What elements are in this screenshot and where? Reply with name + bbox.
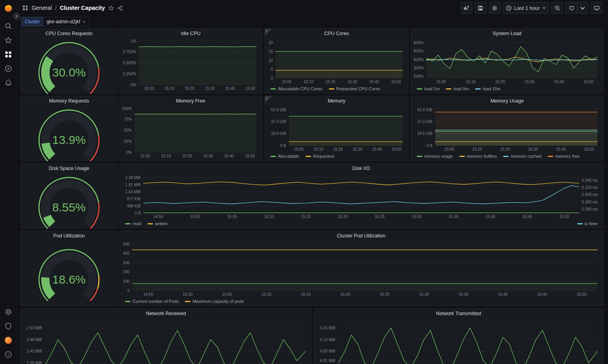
svg-text:15:50: 15:50: [245, 86, 255, 91]
dashboard-settings-button[interactable]: [489, 2, 501, 14]
share-icon[interactable]: [117, 5, 123, 11]
favorite-star-icon[interactable]: [108, 5, 114, 11]
admin-shield-icon[interactable]: [4, 322, 12, 330]
legend-item[interactable]: load 5m: [446, 86, 469, 91]
svg-text:1%: 1%: [131, 39, 136, 43]
network-transmitted-chart[interactable]: 3.96 MiB4.01 MiB4.05 MiB4.10 MiB4.15 MiB…: [316, 318, 601, 364]
cpu-cores-chart[interactable]: 0510152015:0015:1015:2015:3015:4015:50: [267, 38, 407, 84]
svg-text:15:50: 15:50: [584, 80, 593, 84]
panel-title[interactable]: Idle CPU: [119, 29, 262, 38]
breadcrumb-folder[interactable]: General: [32, 5, 52, 11]
add-panel-button[interactable]: [461, 2, 472, 14]
svg-text:15:40: 15:40: [372, 147, 382, 151]
legend-item[interactable]: Current number of Pods: [125, 299, 179, 304]
panel-title[interactable]: Memory: [265, 96, 408, 106]
svg-text:15:40: 15:40: [554, 80, 564, 84]
panel-disk-space-usage: Disk Space Usage 8.55%: [21, 163, 117, 228]
grafana-logo-icon[interactable]: [4, 4, 13, 13]
svg-text:15:05: 15:05: [227, 215, 237, 219]
user-avatar[interactable]: [4, 336, 12, 344]
save-dashboard-button[interactable]: [475, 2, 487, 14]
explore-compass-icon[interactable]: [4, 65, 12, 73]
chevron-down-icon: [82, 20, 86, 24]
search-icon[interactable]: [4, 22, 12, 30]
refresh-interval-dropdown[interactable]: [577, 2, 588, 14]
legend-item[interactable]: read: [125, 221, 141, 226]
legend-item[interactable]: load 1m: [417, 86, 440, 91]
panel-title[interactable]: Memory Usage: [411, 96, 603, 106]
svg-text:0%: 0%: [131, 83, 136, 87]
info-icon[interactable]: [265, 29, 272, 36]
panel-title[interactable]: Disk I/O: [119, 164, 603, 173]
legend-item[interactable]: memory cached: [503, 154, 541, 159]
starred-dashboards-icon[interactable]: [4, 36, 12, 44]
svg-text:15:40: 15:40: [224, 154, 234, 158]
legend-item[interactable]: memory buffers: [459, 154, 497, 159]
legend-item[interactable]: load 15m: [475, 86, 500, 91]
zoom-out-button[interactable]: [551, 2, 563, 14]
panel-title[interactable]: CPU Cores Requests: [21, 29, 117, 38]
sidebar-expand-button[interactable]: [13, 13, 20, 20]
svg-text:2.48 MiB: 2.48 MiB: [26, 338, 42, 342]
panel-title[interactable]: CPU Cores: [265, 29, 408, 38]
refresh-button[interactable]: [565, 2, 577, 14]
svg-text:15:35: 15:35: [459, 292, 468, 297]
panel-system-load: System Load 200%300%400%500%600%15:0015:…: [411, 28, 603, 93]
panel-title[interactable]: System Load: [411, 29, 603, 38]
legend-left: Allocatable CPU CoresRequested CPU Cores: [270, 86, 380, 91]
idle-cpu-chart[interactable]: 0%0.250%0.500%0.750%1%15:0015:1015:2015:…: [121, 38, 260, 91]
system-load-chart[interactable]: 200%300%400%500%600%15:0015:1015:2015:30…: [413, 38, 601, 84]
legend-right: io time: [577, 221, 597, 226]
variable-value-dropdown[interactable]: gke-admin-d2jkf: [43, 17, 90, 26]
legend-item[interactable]: Maximum capacity of pods: [185, 299, 244, 304]
disk-io-chart[interactable]: 0 B488 KiB977 KiB1.43 MiB1.91 MiB2.38 Mi…: [121, 173, 601, 219]
svg-text:14:55: 14:55: [143, 292, 153, 297]
panel-title[interactable]: Memory Free: [119, 96, 262, 106]
panel-pod-utilization: Pod Utilization 18.6%: [21, 231, 117, 306]
panel-title[interactable]: Disk Space Usage: [21, 164, 117, 173]
svg-text:15:30: 15:30: [412, 215, 421, 219]
time-range-picker[interactable]: Last 1 hour: [503, 2, 549, 14]
svg-text:15:40: 15:40: [225, 86, 235, 91]
legend-label: load 1m: [424, 86, 440, 91]
svg-text:15:40: 15:40: [369, 80, 379, 84]
server-admin-gear-icon[interactable]: [4, 308, 12, 316]
svg-text:5: 5: [271, 67, 273, 71]
legend-item[interactable]: Allocatable CPU Cores: [270, 86, 323, 91]
help-icon[interactable]: ?: [4, 351, 12, 358]
legend-label: read: [132, 221, 141, 226]
svg-text:15:20: 15:20: [325, 80, 335, 84]
dashboards-icon[interactable]: [4, 50, 12, 58]
svg-text:400%: 400%: [414, 58, 424, 62]
legend-item[interactable]: io time: [577, 221, 597, 226]
panel-title[interactable]: Cluster Pod Utilization: [119, 231, 603, 241]
legend: Allocatable CPU CoresRequested CPU Cores: [270, 85, 403, 92]
svg-text:15:40: 15:40: [485, 215, 495, 219]
cluster-pod-utilization-chart[interactable]: 010020030040050014:5515:0015:0515:1015:1…: [121, 241, 601, 297]
panel-title[interactable]: Network Transmitted: [314, 309, 603, 318]
legend-item[interactable]: written: [147, 221, 168, 226]
info-icon[interactable]: [265, 96, 272, 103]
legend-label: memory cached: [511, 154, 541, 159]
legend-color: [503, 156, 509, 157]
panel-memory: Memory 0 B18.6 GiB37.3 GiB55.9 GiB15:001…: [265, 96, 408, 161]
memory-free-chart[interactable]: 0%25%50%75%100%15:0015:1015:2015:3015:40…: [121, 106, 260, 159]
svg-text:15:10: 15:10: [304, 80, 313, 84]
legend-label: memory free: [555, 154, 580, 159]
panel-title[interactable]: Memory Requests: [21, 96, 117, 106]
legend-item[interactable]: Allocatable: [270, 154, 299, 159]
tv-mode-button[interactable]: [591, 2, 602, 14]
panel-title[interactable]: Pod Utilization: [21, 231, 117, 241]
legend-item[interactable]: Requested CPU Cores: [329, 86, 380, 91]
alerting-bell-icon[interactable]: [4, 79, 12, 87]
panel-title[interactable]: Network Received: [21, 309, 311, 318]
svg-text:15:10: 15:10: [164, 86, 174, 91]
legend-item[interactable]: memory usage: [417, 154, 453, 159]
memory-chart[interactable]: 0 B18.6 GiB37.3 GiB55.9 GiB15:0015:1015:…: [267, 106, 407, 152]
gauge-value: 30.0%: [21, 66, 117, 79]
legend-item[interactable]: Requested: [306, 154, 334, 159]
legend-item[interactable]: memory free: [548, 154, 580, 159]
svg-text:0.500%: 0.500%: [123, 61, 136, 65]
memory-usage-chart[interactable]: 0 B18.6 GiB37.3 GiB55.9 GiB15:0015:1015:…: [413, 106, 601, 152]
network-received-chart[interactable]: 2.34 MiB2.38 MiB2.43 MiB2.48 MiB2.53 MiB…: [22, 318, 310, 364]
